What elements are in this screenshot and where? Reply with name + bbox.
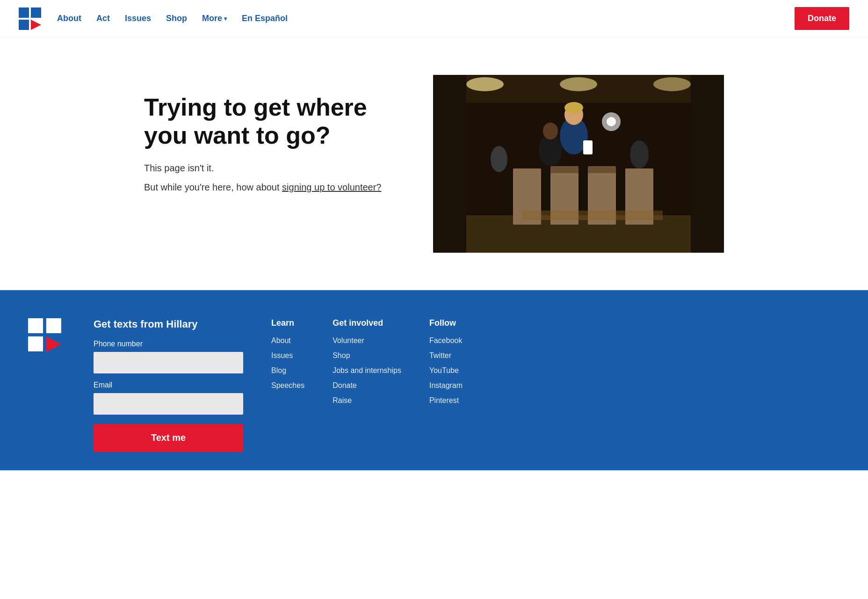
- nav-issues[interactable]: Issues: [125, 14, 151, 23]
- footer-learn-about[interactable]: About: [271, 336, 304, 345]
- chevron-down-icon: ▾: [224, 15, 227, 22]
- email-input[interactable]: [94, 393, 243, 415]
- footer-twitter[interactable]: Twitter: [429, 351, 463, 360]
- footer-facebook[interactable]: Facebook: [429, 336, 463, 345]
- phone-label: Phone number: [94, 340, 243, 348]
- svg-rect-30: [46, 318, 61, 333]
- footer-raise[interactable]: Raise: [333, 396, 401, 405]
- hero-image-container: [433, 75, 724, 253]
- footer: Get texts from Hillary Phone number Emai…: [0, 290, 868, 470]
- nav-shop[interactable]: Shop: [166, 14, 187, 23]
- footer-form-heading: Get texts from Hillary: [94, 318, 243, 330]
- footer-shop[interactable]: Shop: [333, 351, 401, 360]
- footer-follow-col: Follow Facebook Twitter YouTube Instagra…: [429, 318, 463, 411]
- svg-rect-15: [588, 166, 616, 173]
- footer-links: Learn About Issues Blog Speeches Get inv…: [271, 318, 840, 411]
- learn-heading: Learn: [271, 318, 304, 328]
- svg-rect-29: [28, 318, 43, 333]
- svg-rect-28: [522, 211, 663, 220]
- footer-inner: Get texts from Hillary Phone number Emai…: [28, 318, 840, 452]
- volunteer-link[interactable]: signing up to volunteer?: [282, 182, 381, 192]
- footer-donate[interactable]: Donate: [333, 381, 401, 390]
- footer-youtube[interactable]: YouTube: [429, 366, 463, 375]
- nav-act[interactable]: Act: [96, 14, 110, 23]
- nav-espanol[interactable]: En Español: [242, 14, 288, 23]
- footer-pinterest[interactable]: Pinterest: [429, 396, 463, 405]
- footer-learn-col: Learn About Issues Blog Speeches: [271, 318, 304, 411]
- svg-rect-16: [433, 75, 466, 253]
- left-panel: Trying to get where you want to go? This…: [144, 75, 405, 201]
- main-content: Trying to get where you want to go? This…: [107, 37, 761, 290]
- subtext-1: This page isn't it.: [144, 163, 405, 174]
- svg-point-6: [466, 77, 504, 91]
- svg-marker-3: [31, 20, 41, 30]
- donate-button[interactable]: Donate: [795, 7, 849, 30]
- footer-instagram[interactable]: Instagram: [429, 381, 463, 390]
- svg-point-8: [653, 77, 691, 91]
- phone-input[interactable]: [94, 352, 243, 373]
- svg-rect-21: [583, 140, 593, 154]
- subway-image: [433, 75, 724, 253]
- footer-learn-speeches[interactable]: Speeches: [271, 381, 304, 390]
- svg-point-23: [543, 123, 558, 139]
- nav-links: About Act Issues Shop More ▾ En Español: [57, 14, 795, 23]
- svg-point-20: [564, 102, 583, 113]
- page-heading: Trying to get where you want to go?: [144, 94, 405, 150]
- nav-about[interactable]: About: [57, 14, 81, 23]
- svg-rect-31: [28, 336, 43, 351]
- footer-involved-col: Get involved Volunteer Shop Jobs and int…: [333, 318, 401, 411]
- svg-marker-32: [46, 336, 61, 352]
- text-me-button[interactable]: Text me: [94, 424, 243, 452]
- svg-point-26: [630, 140, 649, 168]
- svg-point-7: [560, 77, 597, 91]
- svg-rect-0: [19, 7, 29, 18]
- svg-rect-14: [550, 166, 579, 173]
- footer-learn-issues[interactable]: Issues: [271, 351, 304, 360]
- svg-rect-17: [691, 75, 724, 253]
- footer-learn-blog[interactable]: Blog: [271, 366, 304, 375]
- email-label: Email: [94, 381, 243, 389]
- navigation: About Act Issues Shop More ▾ En Español …: [0, 0, 868, 37]
- footer-jobs[interactable]: Jobs and internships: [333, 366, 401, 375]
- nav-more[interactable]: More ▾: [202, 14, 227, 23]
- logo[interactable]: [19, 7, 43, 30]
- footer-form: Get texts from Hillary Phone number Emai…: [94, 318, 243, 452]
- footer-volunteer[interactable]: Volunteer: [333, 336, 401, 345]
- svg-rect-1: [31, 7, 41, 18]
- svg-point-25: [607, 117, 616, 126]
- svg-point-27: [491, 146, 507, 172]
- follow-heading: Follow: [429, 318, 463, 328]
- svg-rect-2: [19, 20, 29, 30]
- get-involved-heading: Get involved: [333, 318, 401, 328]
- footer-logo[interactable]: [28, 318, 65, 355]
- volunteer-text: But while you're here, how about signing…: [144, 182, 405, 193]
